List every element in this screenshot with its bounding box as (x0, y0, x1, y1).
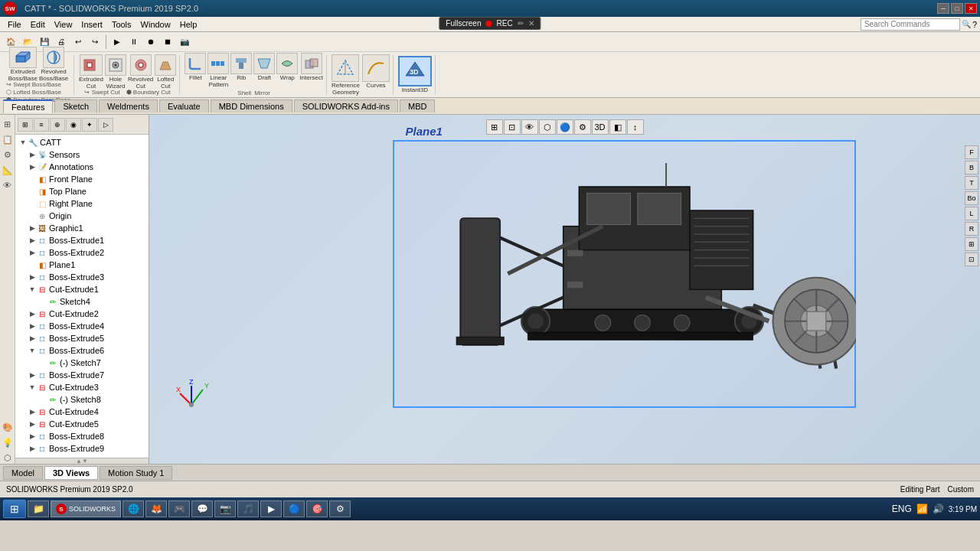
taskbar-app3[interactable]: 🎮 (168, 500, 190, 517)
boss3-expander[interactable]: ▶ (28, 272, 37, 282)
tree-boss-extrude1[interactable]: ▶ □ Boss-Extrude1 (17, 234, 147, 246)
hole-wizard-tool[interactable] (105, 54, 126, 76)
decals-icon[interactable]: ⬡ (2, 452, 14, 464)
taskbar-firefox[interactable]: 🦊 (145, 500, 167, 517)
curves-tool[interactable] (362, 54, 390, 82)
menu-window[interactable]: Window (136, 18, 175, 31)
expand-btn[interactable]: ↕ (627, 119, 644, 135)
redo-button[interactable]: ↪ (87, 34, 103, 50)
revolved-boss-tool[interactable] (43, 47, 64, 68)
iso-view-icon[interactable]: ⊞ (965, 237, 978, 251)
cut2-expander[interactable]: ▶ (28, 309, 37, 318)
help-icon[interactable]: ? (972, 20, 977, 29)
filter-btn[interactable]: ≡ (34, 118, 49, 132)
appearances-icon[interactable]: 🎨 (2, 421, 14, 433)
feature-tree-toggle[interactable]: ⊞ (18, 118, 33, 132)
linear-pattern-tool[interactable] (207, 53, 229, 74)
extruded-cut-tool[interactable] (80, 54, 103, 76)
reference-geometry-tool[interactable] (332, 54, 359, 82)
tab-model[interactable]: Model (3, 466, 43, 480)
tree-boss-extrude9[interactable]: ▶ □ Boss-Extrude9 (17, 442, 147, 455)
view-orient-btn[interactable]: ⊞ (486, 119, 503, 135)
display-style-btn[interactable]: ⊡ (504, 119, 521, 135)
left-view-icon[interactable]: L (965, 207, 978, 220)
close-button[interactable]: ✕ (965, 3, 977, 14)
menu-insert[interactable]: Insert (77, 18, 107, 31)
rec-icon1[interactable]: ✏ (518, 19, 524, 28)
cut5-expander[interactable]: ▶ (28, 419, 37, 429)
taskbar-app4[interactable]: 📷 (214, 500, 236, 517)
tree-sensors[interactable]: ▶ 📡 Sensors (17, 148, 147, 161)
taskbar-app8[interactable]: 🎯 (306, 500, 328, 517)
tab-features[interactable]: Features (3, 99, 53, 113)
tree-front-plane[interactable]: ▶ ◧ Front Plane (17, 173, 147, 185)
extruded-boss-tool[interactable] (9, 47, 37, 68)
menu-edit[interactable]: Edit (26, 18, 50, 31)
fillet-tool[interactable] (185, 53, 206, 74)
network-icon[interactable]: 📶 (916, 504, 928, 514)
taskbar-chrome[interactable]: 🌐 (122, 500, 144, 517)
pause-button[interactable]: ⏸ (126, 34, 142, 50)
start-button[interactable]: ⊞ (3, 500, 26, 518)
boss1-expander[interactable]: ▶ (28, 236, 37, 245)
taskbar-app7[interactable]: 🔵 (283, 500, 305, 517)
boss9-expander[interactable]: ▶ (28, 444, 37, 453)
tree-boss-extrude5[interactable]: ▶ □ Boss-Extrude5 (17, 332, 147, 344)
tab-weldments[interactable]: Weldments (99, 99, 158, 112)
tab-solidworks-addins[interactable]: SOLIDWORKS Add-ins (294, 99, 398, 112)
tree-plane1[interactable]: ▶ ◧ Plane1 (17, 259, 147, 271)
hide-show-components-btn[interactable]: 👁 (521, 119, 538, 135)
tab-evaluate[interactable]: Evaluate (159, 99, 209, 112)
taskbar-app6[interactable]: ▶ (260, 500, 282, 517)
tree-boss-extrude8[interactable]: ▶ □ Boss-Extrude8 (17, 430, 147, 442)
tree-top-plane[interactable]: ▶ ◨ Top Plane (17, 185, 147, 197)
component-btn[interactable]: ✦ (82, 118, 97, 132)
boss7-expander[interactable]: ▶ (28, 370, 37, 380)
tab-mbd[interactable]: MBD (400, 99, 435, 112)
rec-close[interactable]: ✕ (528, 19, 534, 28)
draft-tool[interactable] (253, 53, 275, 74)
menu-tools[interactable]: Tools (107, 18, 136, 31)
maximize-button[interactable]: □ (951, 3, 963, 14)
taskbar-solidworks[interactable]: S SOLIDWORKS (51, 500, 121, 517)
boss4-expander[interactable]: ▶ (28, 321, 37, 331)
mirror-tool[interactable]: Mirror (254, 90, 270, 96)
tree-boss-extrude4[interactable]: ▶ □ Boss-Extrude4 (17, 320, 147, 332)
minimize-button[interactable]: ─ (937, 3, 949, 14)
intersect-tool[interactable] (301, 53, 322, 74)
tree-origin[interactable]: ▶ ⊕ Origin (17, 210, 147, 222)
tree-boss-extrude7[interactable]: ▶ □ Boss-Extrude7 (17, 369, 147, 381)
tree-cut-extrude3[interactable]: ▼ ⊟ Cut-Extrude3 (17, 381, 147, 393)
right-view-icon[interactable]: R (965, 222, 978, 236)
dim-xpert-icon[interactable]: 📐 (2, 164, 14, 176)
taskbar-skype[interactable]: 💬 (191, 500, 213, 517)
top-view-icon[interactable]: T (965, 176, 978, 190)
menu-file[interactable]: File (3, 18, 26, 31)
tree-sketch4[interactable]: ▶ ✏ Sketch4 (17, 295, 147, 308)
hide-show-btn[interactable]: ◉ (66, 118, 81, 132)
sidebar-resize-handle[interactable]: ▲▼ (15, 458, 149, 464)
revolved-cut-tool[interactable] (130, 54, 152, 76)
section-view-btn[interactable]: ◧ (609, 119, 626, 135)
cut1-expander[interactable]: ▼ (28, 285, 37, 294)
tab-mbd-dimensions[interactable]: MBD Dimensions (211, 99, 292, 112)
boss6-expander[interactable]: ▼ (28, 346, 37, 355)
edit-appearance-btn[interactable]: ⬡ (539, 119, 556, 135)
shell-tool[interactable]: Shell (237, 90, 251, 96)
graphic1-expander[interactable]: ▶ (28, 223, 37, 233)
boss2-expander[interactable]: ▶ (28, 248, 37, 257)
root-expander[interactable]: ▼ (18, 138, 28, 147)
taskbar-app9[interactable]: ⚙ (329, 500, 351, 517)
play-button[interactable]: ▶ (109, 34, 125, 50)
rib-tool[interactable] (230, 53, 252, 74)
tree-cut-extrude1[interactable]: ▼ ⊟ Cut-Extrude1 (17, 283, 147, 295)
apply-scene-btn[interactable]: 🔵 (557, 119, 573, 135)
search-tree-btn[interactable]: ⊕ (50, 118, 65, 132)
wrap-tool[interactable] (276, 53, 298, 74)
stop-button[interactable]: ⏹ (160, 34, 175, 50)
swept-cut-tool[interactable]: ↪ Swept Cut (84, 89, 119, 96)
back-view-icon[interactable]: B (965, 161, 978, 174)
boss5-expander[interactable]: ▶ (28, 334, 37, 343)
tree-cut-extrude5[interactable]: ▶ ⊟ Cut-Extrude5 (17, 418, 147, 430)
tab-motion-study[interactable]: Motion Study 1 (100, 466, 172, 480)
